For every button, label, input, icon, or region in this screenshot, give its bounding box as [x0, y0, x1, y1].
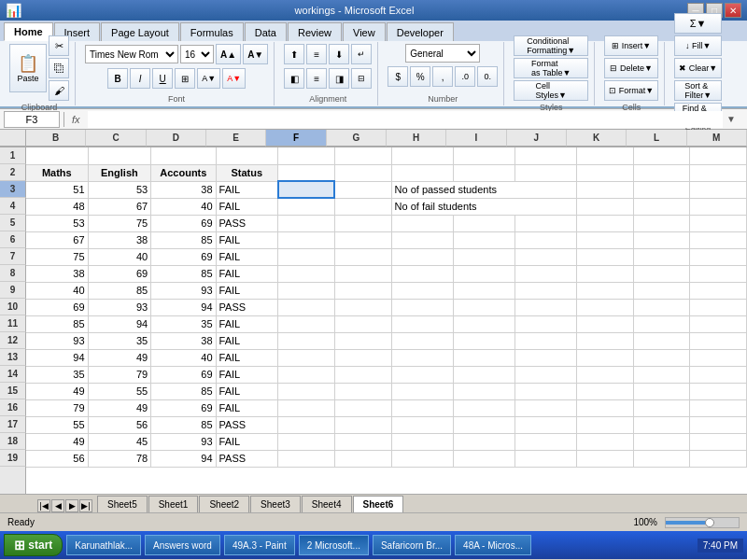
cell-i8[interactable] — [453, 265, 514, 282]
cell-l8[interactable] — [633, 265, 690, 282]
cell-h10[interactable] — [391, 299, 453, 315]
cell-d6[interactable]: 85 — [151, 231, 216, 248]
cell-m4[interactable] — [690, 198, 747, 215]
cell-b2[interactable]: Maths — [26, 164, 88, 181]
cell-e12[interactable]: FAIL — [216, 332, 278, 349]
col-header-b[interactable]: B — [26, 130, 86, 147]
col-header-m[interactable]: M — [687, 130, 747, 147]
cell-e5[interactable]: PASS — [216, 215, 278, 231]
cell-h19[interactable] — [391, 450, 453, 467]
cell-i7[interactable] — [453, 248, 514, 265]
cell-j10[interactable] — [514, 299, 576, 315]
cell-h6[interactable] — [391, 231, 453, 248]
cell-j5[interactable] — [514, 215, 576, 231]
cell-f12[interactable] — [278, 332, 335, 349]
taskbar-item-microsoft[interactable]: 2 Microsoft... — [299, 535, 369, 555]
sheet-nav-prev[interactable]: ◀ — [51, 499, 64, 512]
cell-i6[interactable] — [453, 231, 514, 248]
cell-k12[interactable] — [577, 332, 634, 349]
row-14[interactable]: 14 — [0, 366, 26, 383]
cell-b14[interactable]: 35 — [26, 366, 88, 383]
cell-l2[interactable] — [633, 164, 690, 181]
align-left-button[interactable]: ◧ — [284, 68, 304, 89]
font-name-select[interactable]: Times New Rom — [85, 45, 178, 63]
cell-i1[interactable] — [453, 147, 514, 164]
copy-button[interactable]: ⿻ — [49, 58, 69, 78]
cell-d17[interactable]: 85 — [151, 416, 216, 433]
cell-k1[interactable] — [577, 147, 634, 164]
delete-cells-button[interactable]: ⊟ Delete▼ — [604, 58, 658, 78]
cell-j1[interactable] — [514, 147, 576, 164]
cell-e8[interactable]: FAIL — [216, 265, 278, 282]
cell-m17[interactable] — [690, 416, 747, 433]
start-button[interactable]: ⊞ start — [4, 534, 63, 556]
row-13[interactable]: 13 — [0, 349, 26, 366]
col-header-i[interactable]: I — [446, 130, 506, 147]
cell-k4[interactable] — [577, 198, 634, 215]
cell-h5[interactable] — [391, 215, 453, 231]
cell-c10[interactable]: 93 — [88, 299, 151, 315]
cell-l3[interactable] — [633, 181, 690, 198]
font-color-button[interactable]: A▼ — [222, 68, 246, 89]
cell-h9[interactable] — [391, 282, 453, 299]
cell-f8[interactable] — [278, 265, 335, 282]
cell-h2[interactable] — [391, 164, 453, 181]
cell-e15[interactable]: FAIL — [216, 383, 278, 399]
cell-k5[interactable] — [577, 215, 634, 231]
row-4[interactable]: 4 — [0, 198, 26, 215]
tab-formulas[interactable]: Formulas — [180, 22, 244, 41]
cell-k15[interactable] — [577, 383, 634, 399]
cell-f5[interactable] — [278, 215, 335, 231]
cell-e13[interactable]: FAIL — [216, 349, 278, 366]
cell-b18[interactable]: 49 — [26, 433, 88, 450]
cell-e7[interactable]: FAIL — [216, 248, 278, 265]
cell-m15[interactable] — [690, 383, 747, 399]
cell-h1[interactable] — [391, 147, 453, 164]
cell-m13[interactable] — [690, 349, 747, 366]
cell-i13[interactable] — [453, 349, 514, 366]
cell-e19[interactable]: PASS — [216, 450, 278, 467]
cell-e16[interactable]: FAIL — [216, 399, 278, 416]
cell-f13[interactable] — [278, 349, 335, 366]
cell-b11[interactable]: 85 — [26, 315, 88, 332]
cell-c16[interactable]: 49 — [88, 399, 151, 416]
cell-d16[interactable]: 69 — [151, 399, 216, 416]
cell-g3[interactable] — [334, 181, 391, 198]
cell-j19[interactable] — [514, 450, 576, 467]
row-5[interactable]: 5 — [0, 215, 26, 231]
sheet-tab-sheet1[interactable]: Sheet1 — [148, 496, 199, 512]
cell-l14[interactable] — [633, 366, 690, 383]
cell-l16[interactable] — [633, 399, 690, 416]
taskbar-item-safari[interactable]: Safaricorn Br... — [373, 535, 451, 555]
cell-j16[interactable] — [514, 399, 576, 416]
comma-button[interactable]: % — [410, 66, 430, 87]
cell-l4[interactable] — [633, 198, 690, 215]
number-format-select[interactable]: General — [405, 44, 480, 63]
paste-button[interactable]: 📋 Paste — [9, 44, 47, 92]
cell-j7[interactable] — [514, 248, 576, 265]
cell-f9[interactable] — [278, 282, 335, 299]
sort-filter-button[interactable]: Sort &Filter▼ — [674, 80, 722, 101]
cell-c11[interactable]: 94 — [88, 315, 151, 332]
cell-g4[interactable] — [334, 198, 391, 215]
cell-m5[interactable] — [690, 215, 747, 231]
cell-f3[interactable] — [278, 181, 335, 198]
tab-review[interactable]: Review — [288, 22, 342, 41]
decrease-decimal-button[interactable]: 0. — [477, 66, 498, 87]
cell-k13[interactable] — [577, 349, 634, 366]
zoom-handle[interactable] — [705, 518, 714, 527]
sheet-tab-sheet3[interactable]: Sheet3 — [250, 496, 301, 512]
cell-j13[interactable] — [514, 349, 576, 366]
cell-l15[interactable] — [633, 383, 690, 399]
cell-l5[interactable] — [633, 215, 690, 231]
cell-k10[interactable] — [577, 299, 634, 315]
close-button[interactable]: ✕ — [725, 3, 741, 18]
cell-f2[interactable] — [278, 164, 335, 181]
increase-decimal-button[interactable]: .0 — [455, 66, 475, 87]
bold-button[interactable]: B — [107, 68, 128, 89]
formula-input[interactable] — [88, 111, 724, 128]
row-8[interactable]: 8 — [0, 265, 26, 282]
sum-button[interactable]: Σ▼ — [674, 13, 722, 34]
cell-g16[interactable] — [334, 399, 391, 416]
row-2[interactable]: 2 — [0, 164, 26, 181]
